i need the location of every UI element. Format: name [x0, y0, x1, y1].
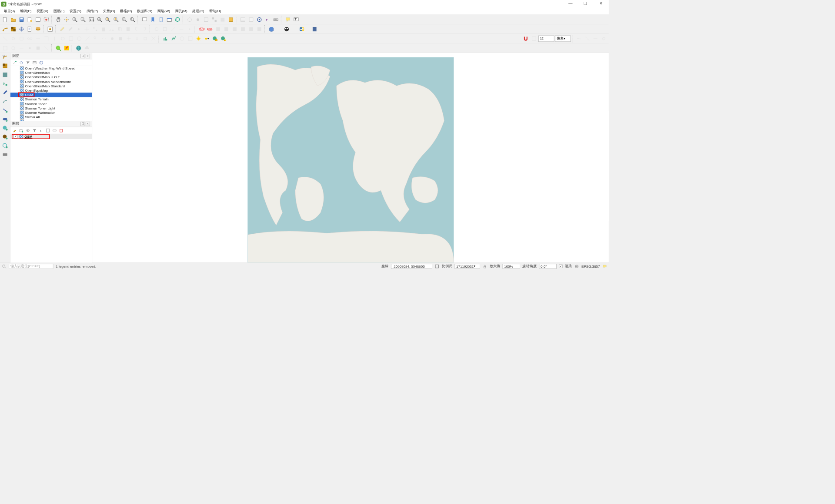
- zoom-native-button[interactable]: 1:1: [87, 16, 95, 23]
- web-button[interactable]: [283, 25, 290, 33]
- node-tool-button[interactable]: [91, 25, 99, 33]
- snap-5[interactable]: [34, 35, 42, 42]
- scale-field[interactable]: 171192531 ▾: [454, 264, 480, 269]
- units-combo[interactable]: 像素 ▾: [555, 35, 571, 42]
- layers-visibility-icon[interactable]: [25, 127, 31, 133]
- zoom-in-button[interactable]: [71, 16, 78, 23]
- dock-mesh-icon[interactable]: [1, 71, 9, 78]
- digitize-5[interactable]: [186, 25, 193, 33]
- table-button[interactable]: [239, 16, 247, 23]
- snap-7[interactable]: [51, 35, 58, 42]
- statistics-button[interactable]: Σ: [264, 16, 271, 23]
- browser-properties-icon[interactable]: i: [38, 60, 44, 65]
- python-console-button[interactable]: [298, 25, 305, 33]
- select-by-value-button[interactable]: [210, 16, 218, 23]
- delete-feature-button[interactable]: [100, 25, 107, 33]
- snap-1[interactable]: [1, 35, 9, 42]
- messages-icon[interactable]: [602, 264, 607, 269]
- globe-lock-button[interactable]: [211, 35, 219, 42]
- label-tool-abc-red[interactable]: abc: [198, 25, 205, 33]
- tolerance-spinbox[interactable]: 12: [538, 35, 554, 42]
- render-checkbox[interactable]: ✓: [559, 265, 562, 268]
- browser-panel-undock[interactable]: ❐: [80, 54, 85, 58]
- snap-15[interactable]: [117, 35, 124, 42]
- cloud-button[interactable]: [83, 44, 90, 52]
- rotation-field[interactable]: 0.0°: [539, 264, 556, 269]
- label-tool-abc[interactable]: abc: [206, 25, 214, 33]
- digitize-3[interactable]: [169, 25, 177, 33]
- extents-icon[interactable]: [435, 264, 439, 269]
- layers-style-icon[interactable]: [12, 127, 17, 133]
- snap-9[interactable]: [67, 35, 75, 42]
- browser-item[interactable]: Strava All: [10, 115, 92, 119]
- zoom-next-button[interactable]: [129, 16, 136, 23]
- magnet-button[interactable]: [522, 35, 529, 42]
- maximize-button[interactable]: ❐: [581, 1, 591, 7]
- grass-4[interactable]: [187, 35, 194, 42]
- dock-virtual-icon[interactable]: [1, 98, 9, 105]
- add-raster-button[interactable]: [10, 25, 17, 33]
- menu-raster[interactable]: 栅格(R): [117, 8, 134, 14]
- browser-item[interactable]: Stamen Toner: [10, 102, 92, 106]
- grass-3[interactable]: [178, 35, 186, 42]
- move-feature-button[interactable]: [83, 25, 90, 33]
- text-annotation-button[interactable]: T: [292, 16, 300, 23]
- deselect-all-button[interactable]: [219, 16, 226, 23]
- browser-item[interactable]: Strava Run: [10, 119, 92, 121]
- menu-view[interactable]: 视图(V): [34, 8, 50, 14]
- identify-button[interactable]: [186, 16, 193, 23]
- snap-19[interactable]: [150, 35, 157, 42]
- new-project-button[interactable]: [1, 16, 9, 23]
- browser-tree[interactable]: Open Weather Map Wind SpeedOpenStreetMap…: [10, 66, 92, 120]
- browser-add-icon[interactable]: [12, 60, 17, 65]
- snap-6[interactable]: [43, 35, 50, 42]
- layers-collapse-icon[interactable]: [52, 127, 57, 133]
- menu-web[interactable]: 网络(W): [155, 8, 173, 14]
- menu-project[interactable]: 项目(J): [1, 8, 17, 14]
- menu-help[interactable]: 帮助(H): [207, 8, 224, 14]
- plugin-4[interactable]: [26, 44, 33, 52]
- browser-panel-close[interactable]: ✕: [86, 54, 90, 58]
- topo-3[interactable]: [592, 35, 599, 42]
- menu-processing[interactable]: 处理(C): [190, 8, 207, 14]
- database-button[interactable]: [267, 25, 275, 33]
- snap-11[interactable]: [84, 35, 91, 42]
- browser-item[interactable]: OpenTopoMap: [10, 88, 92, 93]
- plugin-2[interactable]: [10, 44, 17, 52]
- label-tool-8[interactable]: [256, 25, 263, 33]
- processing-toolbox-button[interactable]: [256, 16, 263, 23]
- label-tool-4[interactable]: [223, 25, 230, 33]
- add-virtual-layer-button[interactable]: [34, 25, 42, 33]
- snap-8[interactable]: [59, 35, 67, 42]
- style-manager-button[interactable]: [43, 16, 50, 23]
- topo-1[interactable]: [575, 35, 583, 42]
- undo-button[interactable]: [133, 25, 140, 33]
- menu-database[interactable]: 数据库(D): [134, 8, 155, 14]
- zoom-to-layer-button[interactable]: [112, 16, 120, 23]
- globe-web-button[interactable]: [75, 44, 82, 52]
- menu-plugins[interactable]: 插件(P): [84, 8, 100, 14]
- snap-13[interactable]: [100, 35, 107, 42]
- browser-item[interactable]: Stamen Toner Light: [10, 106, 92, 110]
- dock-wcs-icon[interactable]: [1, 133, 9, 140]
- digitize-4[interactable]: [177, 25, 185, 33]
- plugin-6[interactable]: [43, 44, 50, 52]
- add-feature-button[interactable]: [75, 25, 82, 33]
- dock-pencil-icon[interactable]: [1, 89, 9, 96]
- action-button[interactable]: [194, 16, 201, 23]
- layers-expression-icon[interactable]: ε: [38, 127, 44, 133]
- epsg-label[interactable]: EPSG:3857: [581, 264, 600, 268]
- new-geopackage-button[interactable]: [227, 16, 234, 23]
- dock-postgis-icon[interactable]: [1, 116, 9, 123]
- browser-item[interactable]: OpenStreetMap: [10, 71, 92, 75]
- dock-wfs-icon[interactable]: [1, 142, 9, 149]
- lock-icon[interactable]: [483, 264, 487, 269]
- snap-14[interactable]: [108, 35, 116, 42]
- field-calc-button[interactable]: [247, 16, 255, 23]
- browser-item[interactable]: OpenStreetMap Standard: [10, 84, 92, 88]
- crs-icon[interactable]: [574, 264, 579, 269]
- select-button[interactable]: [202, 16, 210, 23]
- copy-button[interactable]: [116, 25, 124, 33]
- snap-10[interactable]: [76, 35, 83, 42]
- cut-button[interactable]: [108, 25, 115, 33]
